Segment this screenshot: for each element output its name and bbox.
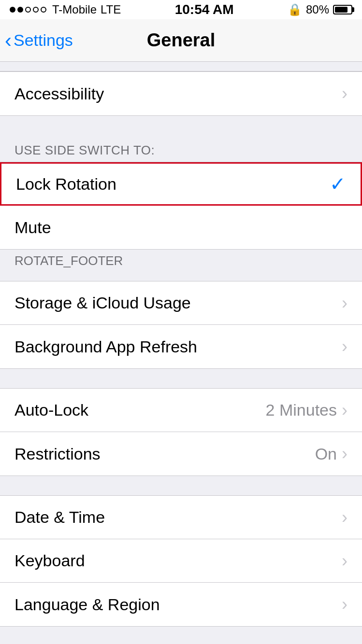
rotate-footer: ROTATE_FOOTER xyxy=(0,250,362,276)
spacer-3 xyxy=(0,369,362,388)
restrictions-label: Restrictions xyxy=(14,445,315,463)
restrictions-chevron-icon: › xyxy=(342,445,348,462)
language-region-label: Language & Region xyxy=(14,595,342,614)
background-refresh-item[interactable]: Background App Refresh › xyxy=(0,325,362,368)
back-button-label: Settings xyxy=(14,31,73,50)
battery-body xyxy=(333,5,352,14)
navigation-bar: ‹ Settings General xyxy=(0,19,362,62)
accessibility-label: Accessibility xyxy=(14,84,342,103)
signal-dot-3 xyxy=(25,7,31,13)
date-time-label: Date & Time xyxy=(14,508,342,527)
signal-indicator xyxy=(10,7,46,13)
accessibility-section: Accessibility › xyxy=(0,71,362,116)
lock-rotation-checkmark-icon: ✓ xyxy=(330,173,346,195)
language-region-item[interactable]: Language & Region › xyxy=(0,583,362,626)
signal-dot-4 xyxy=(33,7,39,13)
auto-lock-chevron-icon: › xyxy=(342,402,348,419)
battery-fill xyxy=(335,7,348,13)
spacer-1 xyxy=(0,116,362,135)
keyboard-chevron-icon: › xyxy=(342,552,348,570)
status-time: 10:54 AM xyxy=(175,2,234,17)
lock-restrictions-section: Auto-Lock 2 Minutes › Restrictions On › xyxy=(0,388,362,476)
lock-icon: 🔒 xyxy=(288,3,302,16)
signal-dot-2 xyxy=(17,7,23,13)
locale-section: Date & Time › Keyboard › Language & Regi… xyxy=(0,495,362,627)
keyboard-label: Keyboard xyxy=(14,551,342,570)
lock-rotation-label: Lock Rotation xyxy=(16,175,330,194)
accessibility-item[interactable]: Accessibility › xyxy=(0,72,362,115)
language-region-chevron-icon: › xyxy=(342,596,348,613)
status-right: 🔒 80% xyxy=(288,3,352,16)
auto-lock-item[interactable]: Auto-Lock 2 Minutes › xyxy=(0,389,362,432)
auto-lock-value: 2 Minutes xyxy=(266,401,337,420)
storage-icloud-chevron-icon: › xyxy=(342,294,348,312)
carrier-name: T-Mobile xyxy=(52,3,97,16)
back-chevron-icon: ‹ xyxy=(5,30,12,51)
mute-item[interactable]: Mute xyxy=(0,206,362,249)
network-type: LTE xyxy=(101,3,121,16)
lock-rotation-item[interactable]: Lock Rotation ✓ xyxy=(0,162,362,206)
accessibility-chevron-icon: › xyxy=(342,85,348,102)
back-button[interactable]: ‹ Settings xyxy=(5,30,73,51)
signal-dot-5 xyxy=(41,7,46,13)
background-refresh-label: Background App Refresh xyxy=(14,337,342,356)
restrictions-item[interactable]: Restrictions On › xyxy=(0,432,362,476)
storage-icloud-item[interactable]: Storage & iCloud Usage › xyxy=(0,281,362,325)
top-separator xyxy=(0,62,362,71)
mute-label: Mute xyxy=(14,218,348,237)
date-time-chevron-icon: › xyxy=(342,509,348,526)
status-left: T-Mobile LTE xyxy=(10,3,121,16)
keyboard-item[interactable]: Keyboard › xyxy=(0,539,362,583)
background-refresh-chevron-icon: › xyxy=(342,338,348,355)
status-bar: T-Mobile LTE 10:54 AM 🔒 80% xyxy=(0,0,362,19)
storage-icloud-label: Storage & iCloud Usage xyxy=(14,294,342,312)
restrictions-value: On xyxy=(315,445,337,463)
storage-refresh-section: Storage & iCloud Usage › Background App … xyxy=(0,281,362,369)
date-time-item[interactable]: Date & Time › xyxy=(0,496,362,539)
spacer-2 xyxy=(0,276,362,281)
battery-percent: 80% xyxy=(306,3,329,16)
battery-icon xyxy=(333,5,352,14)
page-title: General xyxy=(147,30,216,51)
auto-lock-label: Auto-Lock xyxy=(14,401,266,420)
side-switch-header: USE SIDE SWITCH TO: xyxy=(0,135,362,162)
side-switch-section: Lock Rotation ✓ Mute xyxy=(0,162,362,250)
signal-dot-1 xyxy=(10,7,15,13)
spacer-4 xyxy=(0,476,362,495)
